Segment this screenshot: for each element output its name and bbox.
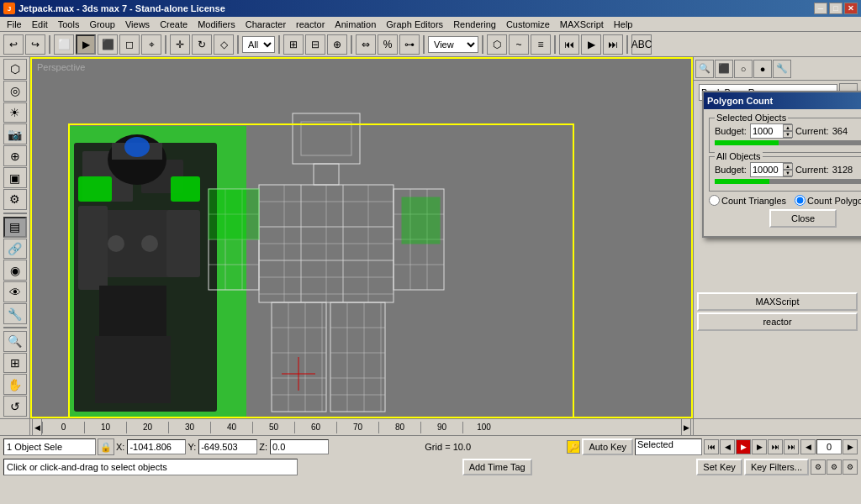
menu-views[interactable]: Views xyxy=(120,18,155,30)
maximize-button[interactable]: □ xyxy=(829,3,843,14)
next-frame-btn[interactable]: ⏭ xyxy=(603,34,623,55)
curve-btn[interactable]: ~ xyxy=(509,34,529,55)
prev-key-btn[interactable]: ⏮ xyxy=(704,439,719,454)
perspective-viewport[interactable]: Perspective xyxy=(30,57,693,418)
pan-btn[interactable]: ✋ xyxy=(3,374,27,395)
count-triangles-radio[interactable] xyxy=(709,195,720,206)
menu-maxscript[interactable]: MAXScript xyxy=(555,18,609,30)
set-key-button[interactable]: Set Key xyxy=(696,459,742,475)
menu-rendering[interactable]: Rendering xyxy=(448,18,501,30)
undo-button[interactable]: ↩ xyxy=(3,34,24,55)
mirror-btn[interactable]: ⇔ xyxy=(356,34,376,55)
frame-step-back-btn[interactable]: ◀ xyxy=(800,439,816,454)
panel-icon4[interactable]: ● xyxy=(753,60,772,78)
y-coord-field[interactable] xyxy=(198,439,257,454)
reactor-button[interactable]: reactor xyxy=(697,312,858,331)
count-polygons-radio[interactable] xyxy=(795,195,806,206)
all-budget-field[interactable]: ▲ ▼ xyxy=(750,162,792,177)
create-system-btn[interactable]: ⚙ xyxy=(3,189,27,210)
display-btn[interactable]: 👁 xyxy=(3,281,27,302)
next-frame-anim-btn[interactable]: ▶ xyxy=(752,439,767,454)
play-anim-btn[interactable]: ▶ xyxy=(736,439,751,454)
z-coord-field[interactable] xyxy=(270,439,329,454)
selected-budget-up[interactable]: ▲ xyxy=(783,124,793,131)
snap2d-btn[interactable]: ⊟ xyxy=(305,34,325,55)
menu-create[interactable]: Create xyxy=(155,18,193,30)
dialog-close-btn[interactable]: Close xyxy=(769,209,837,228)
x-coord-field[interactable] xyxy=(127,439,186,454)
menu-graph-editors[interactable]: Graph Editors xyxy=(381,18,448,30)
add-time-tag-button[interactable]: Add Time Tag xyxy=(462,459,532,475)
all-budget-up[interactable]: ▲ xyxy=(783,163,793,170)
all-budget-down[interactable]: ▼ xyxy=(783,170,793,176)
select-region-btn[interactable]: ⬜ xyxy=(54,34,74,55)
menu-tools[interactable]: Tools xyxy=(53,18,85,30)
scroll-right-btn[interactable]: ▶ xyxy=(681,419,691,435)
panel-icon1[interactable]: 🔍 xyxy=(695,60,714,78)
menu-reactor[interactable]: reactor xyxy=(291,18,330,30)
align-btn[interactable]: ⊶ xyxy=(399,34,420,55)
selected-budget-down[interactable]: ▼ xyxy=(783,131,793,138)
motion-btn[interactable]: ◉ xyxy=(3,260,27,281)
select-btn[interactable]: ▶ xyxy=(76,34,96,55)
anim-settings-btn3[interactable]: ⚙ xyxy=(843,459,858,475)
all-budget-input[interactable] xyxy=(751,163,783,176)
anim-settings-btn2[interactable]: ⚙ xyxy=(827,459,842,475)
select-all-btn[interactable]: ◻ xyxy=(119,34,140,55)
frame-input[interactable] xyxy=(816,439,842,454)
lock-selection-btn[interactable]: 🔒 xyxy=(98,438,114,455)
minimize-button[interactable]: ─ xyxy=(814,3,827,14)
panel-icon2[interactable]: ⬛ xyxy=(715,60,733,78)
percent-btn[interactable]: % xyxy=(378,34,398,55)
frame-step-fwd-btn[interactable]: ▶ xyxy=(843,439,858,454)
create-geo-btn[interactable]: ⬡ xyxy=(3,59,27,80)
next-key-btn[interactable]: ⏭ xyxy=(768,439,783,454)
create-light-btn[interactable]: ☀ xyxy=(3,102,27,123)
zoom-extents-btn[interactable]: ⊞ xyxy=(3,353,27,374)
create-space-btn[interactable]: ▣ xyxy=(3,167,27,188)
view-select[interactable]: View xyxy=(428,36,478,53)
menu-customize[interactable]: Customize xyxy=(501,18,555,30)
anim-settings-btn1[interactable]: ⚙ xyxy=(811,459,826,475)
arc-rotate-btn[interactable]: ↺ xyxy=(3,396,27,417)
key-filters-button[interactable]: Key Filters... xyxy=(744,459,809,475)
create-helper-btn[interactable]: ⊕ xyxy=(3,145,27,166)
create-shape-btn[interactable]: ◎ xyxy=(3,81,27,102)
menu-file[interactable]: File xyxy=(2,18,27,30)
count-triangles-label[interactable]: Count Triangles xyxy=(709,195,786,206)
go-start-btn[interactable]: ⏭ xyxy=(784,439,799,454)
named-sel-btn[interactable]: ⬡ xyxy=(487,34,507,55)
prev-frame-anim-btn[interactable]: ◀ xyxy=(720,439,735,454)
lasso-btn[interactable]: ⌖ xyxy=(141,34,161,55)
render-btn[interactable]: ABC xyxy=(631,34,652,55)
panel-icon3[interactable]: ○ xyxy=(734,60,753,78)
close-button[interactable]: ✕ xyxy=(844,3,858,14)
play-btn[interactable]: ▶ xyxy=(581,34,601,55)
scroll-left-btn[interactable]: ◀ xyxy=(32,419,42,435)
redo-button[interactable]: ↪ xyxy=(25,34,45,55)
rotate-btn[interactable]: ↻ xyxy=(192,34,212,55)
move-btn[interactable]: ✛ xyxy=(170,34,190,55)
select-region2-btn[interactable]: ⬛ xyxy=(98,34,118,55)
modify-btn[interactable]: ▤ xyxy=(3,217,27,238)
menu-animation[interactable]: Animation xyxy=(330,18,381,30)
snap-btn[interactable]: ⊞ xyxy=(283,34,304,55)
create-camera-btn[interactable]: 📷 xyxy=(3,123,27,144)
menu-character[interactable]: Character xyxy=(240,18,291,30)
zoom-region-btn[interactable]: 🔍 xyxy=(3,331,27,352)
layer-btn[interactable]: ≡ xyxy=(531,34,551,55)
auto-key-button[interactable]: Auto Key xyxy=(582,438,633,455)
prev-frame-btn[interactable]: ⏮ xyxy=(559,34,579,55)
menu-edit[interactable]: Edit xyxy=(27,18,53,30)
count-polygons-label[interactable]: Count Polygons xyxy=(795,195,861,206)
menu-help[interactable]: Help xyxy=(609,18,638,30)
utilities-btn[interactable]: 🔧 xyxy=(3,303,27,324)
selected-budget-input[interactable] xyxy=(751,124,783,138)
menu-group[interactable]: Group xyxy=(84,18,120,30)
scale-btn[interactable]: ◇ xyxy=(214,34,234,55)
maxscript-button[interactable]: MAXScript xyxy=(697,292,858,311)
selected-budget-field[interactable]: ▲ ▼ xyxy=(750,123,792,139)
filter-select[interactable]: All xyxy=(242,36,275,53)
menu-modifiers[interactable]: Modifiers xyxy=(193,18,240,30)
panel-icon5[interactable]: 🔧 xyxy=(773,60,791,78)
